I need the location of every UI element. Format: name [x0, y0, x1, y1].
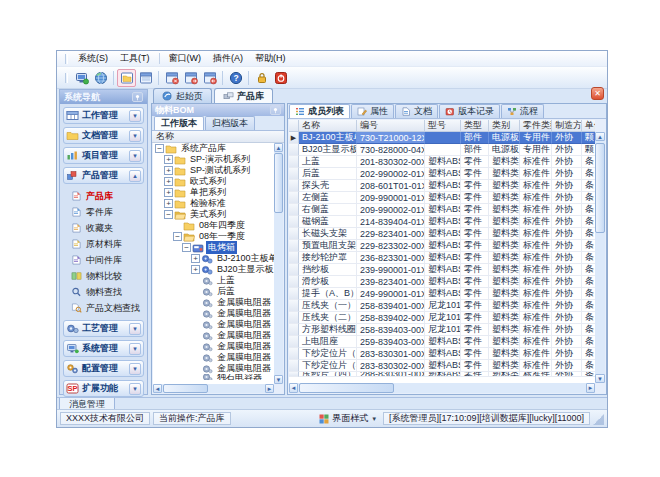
- table-cell[interactable]: 上电阻座: [299, 336, 357, 348]
- table-cell[interactable]: 塑料ABS: [425, 264, 461, 276]
- table-cell[interactable]: 塑料类: [489, 204, 520, 216]
- table-cell[interactable]: 右侧盖: [299, 204, 357, 216]
- table-cell[interactable]: 零件: [461, 180, 489, 192]
- close-icon[interactable]: ✕: [591, 87, 604, 100]
- table-cell[interactable]: 滑纱板: [299, 276, 357, 288]
- table-row[interactable]: ▶BJ-2100主板单点730-T21000-12X部件电源板专用件外协颗: [289, 132, 595, 144]
- table-row[interactable]: 接纱轮护罩236-823301-00X塑料ABS零件塑料类标准件外协条: [289, 252, 595, 264]
- table-cell[interactable]: 上盖: [299, 156, 357, 168]
- table-cell[interactable]: 标准件: [520, 204, 552, 216]
- table-cell[interactable]: 零件: [461, 276, 489, 288]
- table-cell[interactable]: 202-990002-01X: [357, 168, 425, 180]
- toolbar-button-window-grid[interactable]: [136, 69, 155, 87]
- table-cell[interactable]: 标准件: [520, 312, 552, 324]
- table-cell[interactable]: 塑料类: [489, 240, 520, 252]
- table-cell[interactable]: 标准件: [520, 168, 552, 180]
- table-cell[interactable]: 236-823301-00X: [357, 252, 425, 264]
- table-cell[interactable]: 标准件: [520, 288, 552, 300]
- scroll-down-icon[interactable]: ▼: [595, 374, 605, 383]
- table-cell[interactable]: 标准件: [520, 264, 552, 276]
- table-cell[interactable]: 尼龙1010: [425, 324, 461, 336]
- table-cell[interactable]: 接纱轮护罩: [299, 252, 357, 264]
- table-cell[interactable]: 标准件: [520, 180, 552, 192]
- table-cell[interactable]: 零件: [461, 264, 489, 276]
- table-cell[interactable]: 专用件: [520, 144, 552, 156]
- table-cell[interactable]: 外协: [552, 228, 582, 240]
- table-cell[interactable]: 塑料类: [489, 180, 520, 192]
- sidebar-item-中间件库[interactable]: 中间件库: [71, 252, 144, 268]
- table-cell[interactable]: 塑料类: [489, 276, 520, 288]
- table-cell[interactable]: 塑料类: [489, 324, 520, 336]
- table-cell[interactable]: 外协: [552, 336, 582, 348]
- chevron-down-icon[interactable]: ▾: [129, 110, 141, 122]
- table-cell[interactable]: 外协: [552, 204, 582, 216]
- table-cell[interactable]: 零件: [461, 336, 489, 348]
- toolbar-button-window-close[interactable]: [162, 69, 181, 87]
- table-cell[interactable]: 塑料ABS: [425, 168, 461, 180]
- table-cell[interactable]: 零件: [461, 168, 489, 180]
- menu-item-2[interactable]: 窗口(W): [163, 51, 208, 66]
- table-cell[interactable]: 专用件: [520, 132, 552, 144]
- expand-icon[interactable]: +: [164, 155, 173, 164]
- sidebar-group-5[interactable]: 系统管理▾: [63, 340, 144, 357]
- table-cell[interactable]: 零件: [461, 228, 489, 240]
- toolbar-button-lock[interactable]: [252, 69, 271, 87]
- table-row[interactable]: 长磁头支架229-823401-00X塑料ABS零件塑料类标准件外协条: [289, 228, 595, 240]
- table-cell[interactable]: 外协: [552, 168, 582, 180]
- scroll-right-icon[interactable]: ►: [265, 384, 274, 393]
- table-cell[interactable]: 外协: [552, 360, 582, 372]
- pin-icon[interactable]: [132, 92, 143, 102]
- table-cell[interactable]: 塑料类: [489, 360, 520, 372]
- table-cell[interactable]: 239-990001-01X: [357, 264, 425, 276]
- table-cell[interactable]: 塑料类: [489, 372, 520, 377]
- table-cell[interactable]: 电源板: [489, 132, 520, 144]
- table-cell[interactable]: 零件: [461, 372, 489, 377]
- table-cell[interactable]: 标准件: [520, 156, 552, 168]
- expand-icon[interactable]: +: [164, 188, 173, 197]
- sidebar-group-1[interactable]: 文档管理▾: [63, 127, 144, 144]
- grid-column-header-名称[interactable]: 名称: [299, 120, 357, 132]
- table-row[interactable]: 挡纱板239-990001-01X塑料ABS零件塑料类标准件外协条: [289, 264, 595, 276]
- table-cell[interactable]: 259-839403-00X: [357, 336, 425, 348]
- table-cell[interactable]: 条: [582, 348, 595, 360]
- table-cell[interactable]: 塑料类: [489, 216, 520, 228]
- table-cell[interactable]: 条: [582, 192, 595, 204]
- toolbar-button-window-folder[interactable]: [117, 69, 136, 87]
- table-cell[interactable]: 条: [582, 180, 595, 192]
- table-cell[interactable]: 塑料类: [489, 288, 520, 300]
- table-cell[interactable]: 214-839404-01X: [357, 216, 425, 228]
- scroll-down-icon[interactable]: ▼: [274, 375, 283, 384]
- toolbar-button-globe[interactable]: [91, 69, 110, 87]
- scroll-up-icon[interactable]: ▲: [595, 132, 605, 141]
- table-cell[interactable]: 258-839402-00X: [357, 312, 425, 324]
- table-row[interactable]: 后盖202-990002-01X塑料ABS零件塑料类标准件外协条: [289, 168, 595, 180]
- table-cell[interactable]: 预置电阻支架: [299, 240, 357, 252]
- table-cell[interactable]: 塑料ABS: [425, 240, 461, 252]
- table-row[interactable]: 上盖201-830302-00X塑料ABS零件塑料类标准件外协条: [289, 156, 595, 168]
- table-cell[interactable]: 条: [582, 300, 595, 312]
- table-cell[interactable]: 塑料类: [489, 336, 520, 348]
- table-cell[interactable]: 标准件: [520, 216, 552, 228]
- table-cell[interactable]: 塑料ABS: [425, 180, 461, 192]
- table-cell[interactable]: 压线夹（二）: [299, 312, 357, 324]
- table-cell[interactable]: 201-830302-00X: [357, 156, 425, 168]
- table-row[interactable]: 滑纱板239-823401-00X塑料ABS零件塑料类标准件外协条: [289, 276, 595, 288]
- table-cell[interactable]: 标准件: [520, 324, 552, 336]
- chevron-down-icon[interactable]: ▾: [129, 343, 141, 355]
- table-cell[interactable]: 塑料ABS: [425, 360, 461, 372]
- table-cell[interactable]: 外协: [552, 264, 582, 276]
- table-row[interactable]: 压线夹（一）258-839401-00X尼龙1010零件塑料类标准件外协条: [289, 300, 595, 312]
- collapse-icon[interactable]: −: [173, 232, 182, 241]
- table-cell[interactable]: 标准件: [520, 348, 552, 360]
- table-cell[interactable]: 条: [582, 276, 595, 288]
- table-cell[interactable]: 后盖: [299, 168, 357, 180]
- table-cell[interactable]: 730-828000-04X: [357, 144, 425, 156]
- table-cell[interactable]: 288-830301-00X: [357, 372, 425, 377]
- sidebar-item-收藏夹[interactable]: 收藏夹: [71, 220, 144, 236]
- sidebar-item-产品文档查找[interactable]: 产品文档查找: [71, 300, 144, 316]
- tree-vertical-scrollbar[interactable]: ▲▼: [274, 143, 283, 384]
- sidebar-group-7[interactable]: SP扩展功能▾: [63, 380, 144, 397]
- expand-icon[interactable]: +: [164, 166, 173, 175]
- toolbar-button-power[interactable]: [271, 69, 290, 87]
- tree-node[interactable]: +BJ20主显示板: [153, 264, 274, 275]
